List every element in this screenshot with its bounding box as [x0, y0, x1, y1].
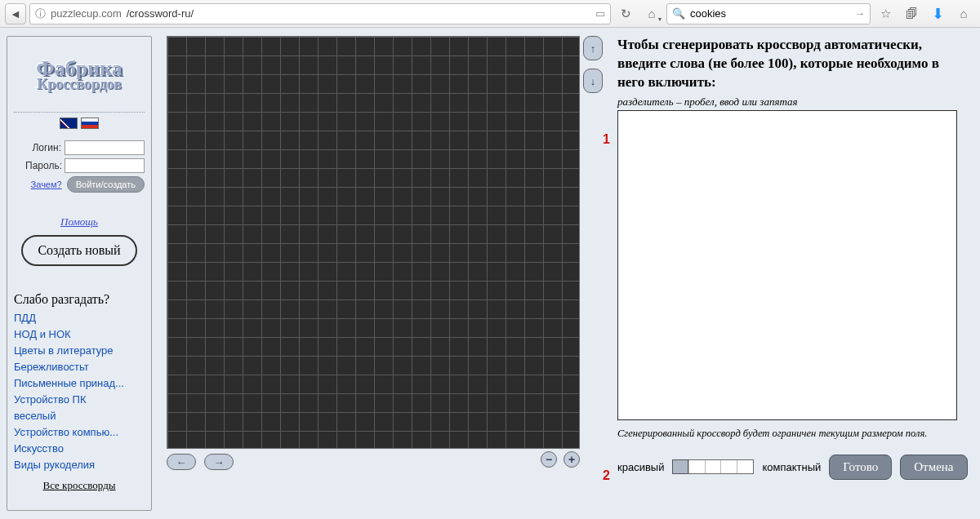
language-flags — [60, 118, 99, 129]
search-go-icon[interactable]: → — [854, 7, 865, 20]
why-link[interactable]: Зачем? — [31, 180, 62, 189]
reader-icon[interactable]: ▭ — [595, 7, 605, 20]
grid-area: ← → − + ↑ ↓ 1 2 — [167, 36, 603, 511]
divider — [14, 112, 145, 113]
flag-ru-icon[interactable] — [81, 118, 99, 129]
done-button[interactable]: Готово — [829, 455, 892, 480]
login-label: Логин: — [25, 142, 61, 153]
plus-button[interactable]: + — [564, 451, 580, 468]
browser-toolbar: ◄ ⓘ puzzlecup.com/crossword-ru/ ▭ ↻ ⌂▾ 🔍… — [0, 0, 980, 28]
search-box[interactable]: 🔍 → — [666, 3, 871, 24]
help-link[interactable]: Помощь — [60, 215, 98, 228]
crossword-link-list: ПДД НОД и НОК Цветы в литературе Бережли… — [14, 312, 145, 471]
generator-controls: красивый компактный Готово Отмена — [617, 455, 968, 480]
url-host: puzzlecup.com — [51, 7, 122, 20]
list-item[interactable]: Виды рукоделия — [14, 459, 145, 471]
generator-title: Чтобы сгенерировать кроссворд автоматиче… — [617, 36, 968, 92]
grid-wrap: ← → − + — [167, 36, 580, 511]
list-item[interactable]: НОД и НОК — [14, 328, 145, 340]
clipboard-icon[interactable]: 🗐 — [900, 3, 923, 24]
marker-2: 2 — [603, 468, 610, 483]
create-new-button[interactable]: Создать новый — [21, 235, 136, 266]
slider-label-left: красивый — [617, 461, 664, 473]
slider-knob[interactable] — [672, 459, 688, 474]
crossword-grid[interactable] — [167, 36, 580, 449]
reload-button[interactable]: ↻ — [614, 3, 637, 24]
arrow-right-button[interactable]: → — [204, 454, 234, 470]
home-button[interactable]: ⌂▾ — [640, 3, 663, 24]
password-label: Пароль: — [25, 160, 61, 171]
login-block: Логин: Пароль: Зачем? Войти/создать — [14, 140, 145, 193]
cancel-button[interactable]: Отмена — [900, 455, 967, 480]
logo-line2: Кроссвордов — [37, 76, 122, 93]
downloads-icon[interactable]: ⬇ — [926, 3, 949, 24]
minus-button[interactable]: − — [541, 451, 557, 468]
words-textarea[interactable] — [617, 110, 957, 420]
home2-icon[interactable]: ⌂ — [952, 3, 975, 24]
search-input[interactable] — [690, 7, 849, 20]
sidebar: Фабрика Кроссвордов Логин: Пароль: Зачем… — [7, 36, 152, 511]
page-body: Фабрика Кроссвордов Логин: Пароль: Зачем… — [0, 28, 980, 519]
list-item[interactable]: Устройство компью... — [14, 426, 145, 438]
generator-hint: разделитель – пробел, ввод или запятая — [617, 95, 968, 109]
logo: Фабрика Кроссвордов — [14, 42, 145, 107]
login-input[interactable] — [65, 140, 145, 155]
bookmark-star-icon[interactable]: ☆ — [874, 3, 897, 24]
list-item[interactable]: Искусство — [14, 442, 145, 455]
all-crosswords-link[interactable]: Все кроссворды — [42, 479, 115, 492]
list-item[interactable]: Цветы в литературе — [14, 344, 145, 357]
nav-back-button[interactable]: ◄ — [5, 3, 26, 24]
list-item[interactable]: Устройство ПК — [14, 393, 145, 406]
list-item[interactable]: Письменные принад... — [14, 377, 145, 389]
generator-panel: Чтобы сгенерировать кроссворд автоматиче… — [617, 36, 974, 511]
density-slider[interactable] — [672, 459, 754, 474]
url-path: /crossword-ru/ — [127, 7, 194, 20]
login-button[interactable]: Войти/создать — [67, 176, 145, 193]
info-icon: ⓘ — [35, 7, 46, 21]
slider-label-right: компактный — [762, 461, 821, 473]
solve-heading: Слабо разгадать? — [14, 292, 109, 307]
url-bar[interactable]: ⓘ puzzlecup.com/crossword-ru/ ▭ — [29, 3, 611, 24]
arrow-down-button[interactable]: ↓ — [583, 69, 603, 93]
arrow-left-button[interactable]: ← — [167, 454, 196, 470]
generator-note: Сгенерированный кроссворд будет ограниче… — [617, 428, 968, 440]
grid-lines — [167, 37, 579, 448]
marker-1: 1 — [603, 132, 610, 147]
list-item[interactable]: Бережливостьт — [14, 361, 145, 373]
search-icon: 🔍 — [672, 7, 685, 20]
arrow-up-button[interactable]: ↑ — [583, 36, 603, 60]
password-input[interactable] — [65, 158, 145, 173]
flag-uk-icon[interactable] — [60, 118, 78, 129]
list-item[interactable]: ПДД — [14, 312, 145, 324]
list-item[interactable]: веселый — [14, 410, 145, 422]
